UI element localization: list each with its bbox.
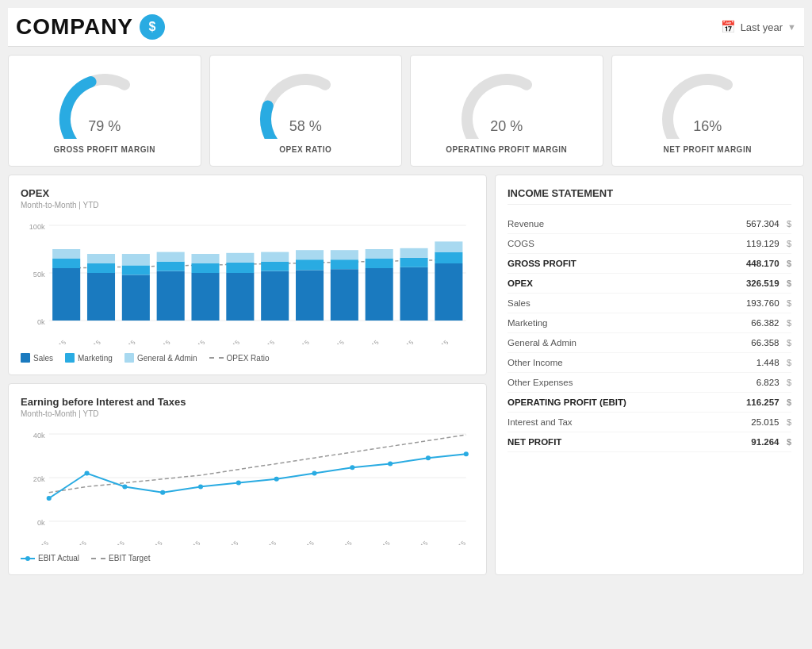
svg-rect-8 — [52, 249, 80, 259]
income-currency: $ — [787, 417, 791, 427]
income-currency: $ — [787, 239, 791, 248]
dollar-icon: $ — [140, 14, 165, 40]
filter-label: Last year — [741, 21, 783, 33]
svg-text:January 2015: January 2015 — [35, 339, 68, 344]
svg-text:June 2015: June 2015 — [213, 540, 240, 545]
left-column: OPEX Month-to-Month | YTD 100k50k0kJanua… — [8, 175, 487, 575]
svg-rect-48 — [400, 248, 427, 258]
kpi-row: 79 % GROSS PROFIT MARGIN 58 % OPEX RATIO… — [8, 55, 804, 167]
svg-text:December 2015: December 2015 — [430, 540, 468, 545]
income-currency: $ — [787, 338, 791, 348]
svg-rect-12 — [87, 254, 115, 263]
opex-bar-chart: 100k50k0kJanuary 2015February 2015March … — [21, 217, 474, 344]
legend-item: EBIT Target — [91, 554, 150, 563]
income-value: 119.129 — [746, 239, 779, 248]
svg-text:April 2015: April 2015 — [138, 540, 164, 545]
kpi-label-net-profit-margin: NET PROFIT MARGIN — [664, 145, 752, 154]
svg-rect-52 — [435, 241, 462, 252]
kpi-label-operating-profit-margin: OPERATING PROFIT MARGIN — [446, 145, 567, 154]
income-value-group: 6.823 $ — [756, 377, 791, 388]
kpi-card-gross-profit-margin: 79 % GROSS PROFIT MARGIN — [8, 55, 201, 167]
svg-text:August 2015: August 2015 — [280, 339, 311, 344]
svg-rect-40 — [331, 250, 358, 259]
calendar-icon: 📅 — [721, 20, 736, 34]
income-statement-card: INCOME STATEMENT Revenue 567.304 $ COGS … — [495, 175, 804, 575]
svg-point-66 — [274, 477, 279, 482]
svg-text:February 2015: February 2015 — [53, 540, 88, 545]
svg-rect-28 — [226, 253, 254, 263]
svg-text:November 2015: November 2015 — [377, 339, 416, 344]
svg-text:March 2015: March 2015 — [97, 540, 126, 545]
income-label: NET PROFIT — [508, 437, 561, 447]
income-value: 66.358 — [751, 338, 779, 348]
income-value-group: 91.264 $ — [751, 436, 791, 447]
svg-text:February 2015: February 2015 — [67, 339, 102, 344]
svg-text:May 2015: May 2015 — [177, 540, 202, 545]
gauge-value-gross-profit-margin: 79 % — [53, 118, 156, 135]
income-value: 448.170 — [746, 259, 779, 268]
income-value-group: 25.015 $ — [751, 417, 791, 428]
income-value: 1.448 — [756, 358, 779, 367]
income-row: GROSS PROFIT 448.170 $ — [508, 254, 791, 274]
income-currency: $ — [787, 378, 791, 387]
income-value: 91.264 — [751, 437, 779, 447]
svg-rect-30 — [261, 271, 289, 321]
income-label: Revenue — [508, 219, 544, 228]
svg-text:December 2015: December 2015 — [412, 339, 450, 344]
gauge-opex-ratio: 58 % — [254, 67, 357, 139]
income-value-group: 66.382 $ — [751, 317, 791, 328]
income-row: Marketing 66.382 $ — [508, 313, 791, 333]
bottom-row: OPEX Month-to-Month | YTD 100k50k0kJanua… — [8, 175, 804, 575]
gauge-value-opex-ratio: 58 % — [254, 118, 357, 135]
income-row: Interest and Tax 25.015 $ — [508, 413, 791, 432]
svg-rect-10 — [87, 273, 115, 321]
svg-point-65 — [236, 481, 241, 486]
income-value-group: 116.257 $ — [746, 397, 791, 408]
income-label: Other Expenses — [508, 378, 573, 387]
svg-text:50k: 50k — [33, 271, 45, 278]
income-value-group: 448.170 $ — [746, 258, 791, 269]
svg-point-60 — [47, 496, 52, 501]
svg-point-61 — [85, 471, 90, 476]
svg-text:July 2015: July 2015 — [253, 540, 278, 545]
income-label: COGS — [508, 239, 534, 248]
income-currency: $ — [787, 358, 791, 367]
svg-text:January 2015: January 2015 — [21, 540, 51, 545]
income-label: Marketing — [508, 318, 548, 328]
svg-rect-20 — [157, 252, 185, 262]
svg-point-64 — [198, 484, 203, 489]
svg-text:November 2015: November 2015 — [392, 540, 430, 545]
svg-rect-47 — [400, 258, 427, 267]
svg-rect-39 — [331, 259, 358, 269]
svg-text:August 2015: August 2015 — [285, 540, 316, 545]
income-label: Interest and Tax — [508, 417, 573, 427]
svg-rect-7 — [52, 259, 80, 268]
svg-rect-32 — [261, 252, 289, 262]
income-value-group: 193.760 $ — [746, 298, 791, 309]
svg-rect-44 — [366, 249, 393, 259]
svg-text:May 2015: May 2015 — [182, 339, 207, 344]
svg-rect-27 — [226, 263, 254, 273]
svg-text:0k: 0k — [37, 318, 45, 326]
income-value-group: 567.304 $ — [746, 218, 791, 229]
svg-rect-22 — [191, 273, 219, 321]
opex-chart-title: OPEX — [21, 187, 474, 199]
svg-rect-18 — [157, 271, 185, 321]
income-currency: $ — [787, 397, 791, 407]
kpi-card-operating-profit-margin: 20 % OPERATING PROFIT MARGIN — [410, 55, 603, 167]
filter-selector[interactable]: 📅 Last year ▼ — [721, 20, 796, 34]
svg-text:September 2015: September 2015 — [307, 339, 346, 344]
income-row: COGS 119.129 $ — [508, 234, 791, 254]
income-currency: $ — [787, 219, 791, 228]
income-value: 567.304 — [746, 219, 779, 228]
income-label: OPERATING PROFIT (EBIT) — [508, 397, 626, 407]
legend-item: Marketing — [65, 353, 113, 363]
svg-rect-42 — [366, 268, 393, 321]
svg-text:April 2015: April 2015 — [146, 339, 172, 344]
kpi-label-opex-ratio: OPEX RATIO — [279, 145, 331, 154]
company-title: COMPANY — [16, 14, 133, 40]
income-statement-title: INCOME STATEMENT — [508, 187, 791, 205]
income-value: 25.015 — [751, 417, 779, 427]
gauge-value-operating-profit-margin: 20 % — [455, 118, 558, 135]
income-currency: $ — [787, 259, 791, 268]
